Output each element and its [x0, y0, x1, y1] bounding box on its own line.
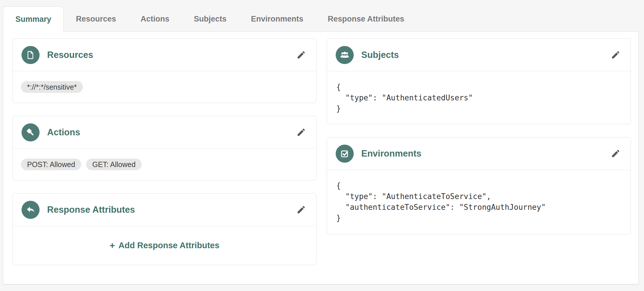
card-title: Resources [47, 50, 93, 60]
card-title: Environments [361, 148, 421, 159]
policy-summary-screen: Summary Resources Actions Subjects Envir… [0, 0, 644, 291]
tab-label: Environments [251, 15, 303, 24]
summary-panel: Resources *://*:*/sensitive* [3, 31, 639, 284]
edit-resources-button[interactable] [295, 49, 307, 61]
resource-pattern-tag: *://*:*/sensitive* [21, 81, 83, 93]
tab-environments[interactable]: Environments [239, 6, 316, 32]
environments-card-body: { "type": "AuthenticateToService", "auth… [327, 170, 631, 234]
subjects-card-body: { "type": "AuthenticatedUsers" } [327, 71, 631, 124]
add-response-attributes-label: Add Response Attributes [118, 241, 219, 250]
edit-actions-button[interactable] [295, 126, 307, 139]
gavel-icon [22, 123, 40, 141]
tab-actions[interactable]: Actions [128, 6, 182, 32]
tab-label: Subjects [194, 15, 227, 24]
subjects-card-header: Subjects [327, 39, 631, 71]
pencil-icon [296, 205, 306, 214]
check-square-icon [336, 145, 354, 163]
tab-label: Resources [76, 15, 116, 24]
resources-card-body: *://*:*/sensitive* [13, 71, 316, 103]
pencil-icon [611, 149, 620, 158]
environments-card-header: Environments [327, 137, 631, 170]
resources-card-header: Resources [13, 39, 316, 71]
response-attributes-card-header: Response Attributes [13, 194, 316, 226]
plus-icon: + [110, 240, 115, 251]
actions-card: Actions POST: Allowed GET: Allowed [13, 116, 316, 180]
pencil-icon [611, 50, 620, 60]
tab-bar: Summary Resources Actions Subjects Envir… [3, 6, 417, 32]
add-response-attributes-button[interactable]: + Add Response Attributes [110, 240, 220, 251]
tab-response-attributes[interactable]: Response Attributes [316, 6, 417, 32]
card-title: Response Attributes [47, 205, 135, 215]
edit-response-attributes-button[interactable] [295, 203, 307, 216]
reply-arrow-icon [22, 201, 40, 219]
subjects-json: { "type": "AuthenticatedUsers" } [327, 71, 631, 124]
action-tag-post: POST: Allowed [21, 159, 81, 170]
file-icon [22, 46, 40, 64]
card-title: Subjects [361, 50, 399, 60]
resources-card: Resources *://*:*/sensitive* [13, 38, 316, 103]
edit-environments-button[interactable] [609, 147, 622, 160]
environments-json: { "type": "AuthenticateToService", "auth… [327, 170, 631, 233]
response-attributes-card: Response Attributes + Add Response Attri… [13, 193, 316, 265]
tab-label: Response Attributes [328, 15, 404, 24]
card-title: Actions [47, 127, 80, 138]
pencil-icon [296, 127, 306, 137]
environments-card: Environments { "type": "AuthenticateToSe… [327, 137, 631, 234]
pencil-icon [296, 50, 306, 60]
actions-card-header: Actions [13, 116, 316, 149]
response-attributes-card-body: + Add Response Attributes [13, 226, 316, 265]
tab-summary[interactable]: Summary [3, 6, 64, 32]
edit-subjects-button[interactable] [609, 49, 622, 61]
subjects-card: Subjects { "type": "AuthenticatedUsers" … [327, 38, 631, 124]
tab-label: Summary [15, 15, 51, 24]
left-column: Resources *://*:*/sensitive* [13, 38, 316, 278]
tab-resources[interactable]: Resources [64, 6, 128, 32]
tab-label: Actions [140, 15, 169, 24]
action-tag-get: GET: Allowed [86, 159, 142, 170]
actions-card-body: POST: Allowed GET: Allowed [13, 149, 316, 180]
right-column: Subjects { "type": "AuthenticatedUsers" … [327, 38, 631, 247]
tab-subjects[interactable]: Subjects [182, 6, 239, 32]
users-icon [336, 46, 354, 64]
